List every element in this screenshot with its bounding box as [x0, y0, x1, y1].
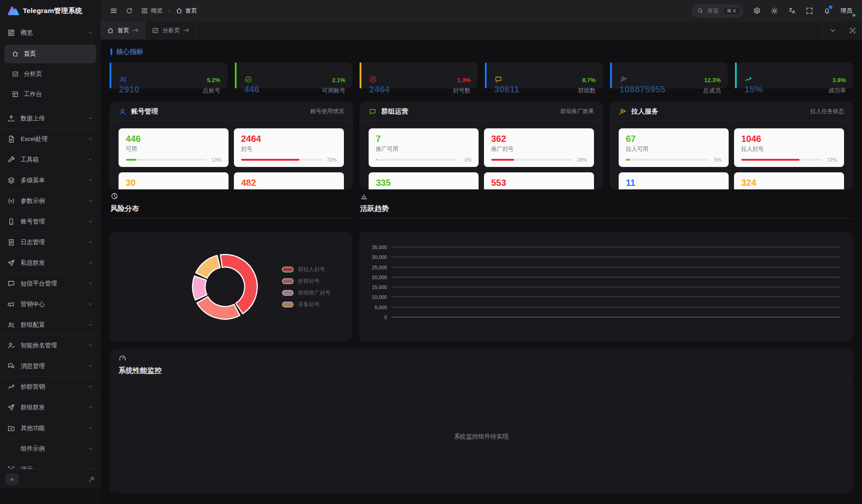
metric-card-群组数: 8.7%30811群组数 [485, 62, 603, 95]
sidebar-item-label: 私信群发 [21, 259, 82, 267]
language-button[interactable] [788, 7, 796, 15]
trending-up-icon [7, 383, 15, 391]
metric-card-可用账号: 2.1%446可用账号 [235, 62, 353, 95]
sidebar-item-label: 短信平台管理 [21, 280, 82, 288]
chev-down-icon [88, 177, 93, 183]
sidebar-item-账号管理[interactable]: 账号管理 [0, 212, 101, 231]
sidebar-item-参数示例[interactable]: 参数示例 [0, 191, 101, 210]
metric-value: 108875955 [620, 84, 666, 95]
sidebar-block: 概览首页分析页工作台 [0, 22, 101, 108]
sidebar-item-炒群营销[interactable]: 炒群营销 [0, 377, 101, 396]
expand-icon [805, 7, 814, 15]
breadcrumb-item-overview[interactable]: 概览 [141, 7, 163, 15]
pie-chart-icon [110, 192, 119, 200]
y-tick-label: 30,000 [372, 254, 387, 260]
pin-icon[interactable] [132, 26, 140, 34]
sidebar: Telegram管理系统 概览首页分析页工作台数据上传Excel处理工具箱多级菜… [0, 0, 101, 504]
donut-segment-群拉人封号[interactable] [220, 254, 257, 314]
sidebar-item-分析页[interactable]: 分析页 [4, 65, 96, 83]
mini-progress-track [126, 159, 207, 161]
content-maximize-button[interactable] [842, 22, 862, 39]
performance-placeholder-text: 系统监控组件待实现 [454, 433, 509, 441]
fullscreen-button[interactable] [805, 7, 814, 15]
sidebar-item-消息管理[interactable]: 消息管理 [0, 356, 101, 376]
sidebar-item-label: 其他功能 [21, 424, 82, 432]
sidebar-subitem-label: 首页 [24, 50, 89, 58]
sidebar-item-首页[interactable]: 首页 [4, 44, 96, 63]
settings-button[interactable] [753, 7, 761, 15]
tab-list-dropdown-button[interactable] [822, 22, 842, 39]
sidebar-item-演示[interactable]: 演示 [0, 460, 101, 469]
legend-swatch [282, 290, 294, 296]
mini-progress-pct: 1% [461, 157, 471, 162]
sidebar-item-群组配置[interactable]: 群组配置 [0, 315, 101, 334]
scan-icon [7, 465, 15, 469]
search-input[interactable]: 搜索 ⌘ K [691, 4, 743, 18]
sidebar-item-工作台[interactable]: 工作台 [4, 85, 96, 104]
legend-item-炒群封号[interactable]: 炒群封号 [282, 277, 330, 285]
donut-segment-采集封号[interactable] [196, 255, 220, 278]
sidebar-item-概览[interactable]: 概览 [0, 23, 101, 42]
main-area: 概览 首页 搜索 ⌘ K 理员 [101, 0, 862, 504]
sidebar-item-label: 日志管理 [21, 238, 82, 246]
sidebar-item-群组群发[interactable]: 群组群发 [0, 398, 101, 417]
legend-item-群组推广封号[interactable]: 群组推广封号 [282, 289, 330, 297]
metric-trend-pct: 1.3% [457, 77, 471, 83]
mini-stat-value: 11 [626, 177, 721, 188]
sidebar-item-label: 消息管理 [21, 362, 82, 370]
panel-title: 群组运营 [381, 107, 556, 116]
sidebar-item-多级菜单[interactable]: 多级菜单 [0, 171, 101, 190]
sidebar-item-数据上传[interactable]: 数据上传 [0, 109, 101, 128]
app-logo[interactable]: Telegram管理系统 [0, 0, 101, 22]
tab-analysis[interactable]: 分析页 [145, 22, 196, 39]
folder-plus-icon [7, 424, 15, 432]
sidebar-item-日志管理[interactable]: 日志管理 [0, 232, 101, 252]
pin-icon[interactable] [182, 26, 190, 34]
user-name: 理员 [840, 7, 852, 14]
metric-value-row: 15%成功率 [735, 84, 853, 95]
donut-segment-炒群封号[interactable] [197, 297, 240, 319]
chevron-down-icon [829, 27, 836, 34]
sidebar-block: 数据上传 [0, 108, 101, 129]
user-check-icon [7, 342, 15, 350]
legend-item-群拉人封号[interactable]: 群拉人封号 [282, 266, 330, 273]
check-circle-icon [244, 75, 252, 83]
sidebar-item-label: 智能姓名管理 [21, 342, 82, 350]
legend-item-采集封号[interactable]: 采集封号 [282, 301, 330, 308]
tab-home[interactable]: 首页 [101, 22, 145, 39]
mini-progress-row: 13% [126, 157, 221, 162]
theme-toggle-button[interactable] [770, 7, 778, 15]
sidebar-item-其他功能[interactable]: 其他功能 [0, 418, 101, 438]
donut-segment-群组推广封号[interactable] [193, 276, 207, 300]
metric-value-row: 108875955总成员 [610, 84, 728, 95]
mini-stat-card: 553 [484, 172, 594, 189]
mini-stat-value: 1046 [741, 133, 837, 144]
legend-swatch [282, 278, 294, 284]
notifications-button[interactable] [823, 7, 831, 15]
header-actions: 搜索 ⌘ K 理员 [691, 4, 854, 18]
message-square-icon [494, 75, 502, 83]
sidebar-pin-icon[interactable] [88, 476, 95, 483]
user-menu[interactable]: 理员 [840, 7, 854, 15]
sidebar-collapse-button[interactable]: « [5, 473, 19, 485]
sidebar-item-label: 参数示例 [21, 197, 82, 205]
risk-chart-body: 群拉人封号炒群封号群组推广封号采集封号 [110, 232, 352, 342]
mini-stat-value: 7 [376, 133, 471, 144]
sidebar-item-短信平台管理[interactable]: 短信平台管理 [0, 274, 101, 293]
sidebar-item-私信群发[interactable]: 私信群发 [0, 253, 101, 272]
metric-card-封号数: 1.3%2464封号数 [360, 62, 478, 95]
mini-stat-label: 推广封号 [491, 145, 587, 153]
sidebar-item-工具箱[interactable]: 工具箱 [0, 150, 101, 169]
sidebar-item-营销中心[interactable]: 营销中心 [0, 294, 101, 314]
sidebar-item-组件示例[interactable]: 组件示例 [0, 439, 101, 458]
users-icon [119, 75, 127, 83]
menu-toggle-button[interactable] [110, 7, 118, 15]
sidebar-block: 其他功能 [0, 418, 101, 438]
refresh-button[interactable] [126, 7, 133, 14]
sidebar-item-智能姓名管理[interactable]: 智能姓名管理 [0, 336, 101, 355]
gauge-icon [119, 354, 127, 362]
breadcrumb-item-home[interactable]: 首页 [176, 7, 197, 15]
sidebar-item-Excel处理[interactable]: Excel处理 [0, 129, 101, 149]
tab-label: 首页 [118, 26, 129, 35]
panel-title: 账号管理 [131, 107, 306, 116]
